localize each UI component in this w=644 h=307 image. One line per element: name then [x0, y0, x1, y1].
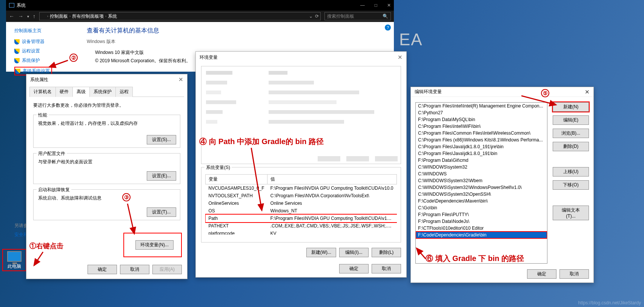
- list-item[interactable]: C:\Program Files\Intel\Intel(R) Manageme…: [416, 103, 547, 109]
- window-title: 系统: [17, 2, 26, 9]
- performance-settings-button[interactable]: 设置(S)...: [147, 135, 176, 144]
- sidebar-remote[interactable]: 远程设置: [14, 48, 81, 54]
- edit-path-button[interactable]: 编辑(E): [553, 115, 589, 125]
- path-list[interactable]: C:\Program Files\Intel\Intel(R) Manageme…: [415, 102, 547, 264]
- list-item[interactable]: F:\Program Data\Git\cmd: [416, 157, 547, 164]
- list-item[interactable]: C:\WINDOWS: [416, 170, 547, 177]
- group-recovery-label: 启动和故障恢复: [37, 187, 71, 193]
- shield-icon: [14, 58, 20, 63]
- refresh-icon[interactable]: ⟳: [315, 14, 319, 19]
- titlebar: 系统 — □ ✕: [6, 0, 394, 11]
- list-item[interactable]: C:\Python27: [416, 109, 547, 116]
- recovery-settings-button[interactable]: 设置(T)...: [147, 207, 176, 217]
- list-item[interactable]: C:\WINDOWS\system32: [416, 164, 547, 170]
- tab-remote[interactable]: 远程: [115, 87, 133, 97]
- table-row[interactable]: OnlineServicesOnline Services: [206, 200, 397, 207]
- dropdown-icon[interactable]: ⌄: [309, 14, 313, 19]
- address-bar[interactable]: › 控制面板 › 所有控制面板项 › 系统 ⌄⟳: [39, 12, 321, 20]
- system-vars-table[interactable]: 变量值 NVCUDASAMPLES10_0_FF:\Program Files\…: [205, 174, 397, 235]
- sidebar-device-manager[interactable]: 设备管理器: [14, 38, 81, 45]
- cancel-button[interactable]: 取消: [120, 265, 149, 274]
- background-text: EA: [399, 30, 423, 49]
- table-row[interactable]: platformcodeKV: [206, 230, 397, 235]
- list-item[interactable]: F:\Program Files\PUTTY\: [416, 211, 547, 218]
- list-item[interactable]: C:\Program Files\Java\jdk1.8.0_191\bin: [416, 150, 547, 157]
- search-input[interactable]: 搜索控制面板 🔍: [324, 12, 391, 20]
- breadcrumb[interactable]: 所有控制面板项: [72, 13, 104, 20]
- watermark: https://blog.csdn.net/JikeStardy: [578, 300, 641, 305]
- pc-label: 此电脑: [3, 263, 26, 270]
- move-up-button[interactable]: 上移(U): [553, 167, 589, 177]
- close-button[interactable]: ✕: [387, 3, 391, 8]
- cancel-button[interactable]: 取消: [559, 269, 589, 279]
- breadcrumb[interactable]: 系统: [108, 13, 117, 20]
- admin-note: 要进行大多数更改，你必须作为管理员登录。: [33, 102, 180, 109]
- forward-button[interactable]: →: [18, 13, 23, 19]
- help-icon[interactable]: ?: [385, 25, 391, 31]
- col-value[interactable]: 值: [267, 175, 397, 184]
- list-item[interactable]: C:\Program Files (x86)\Windows Kits\8.1\…: [416, 137, 547, 143]
- edit-text-button[interactable]: 编辑文本(T)...: [553, 206, 589, 220]
- list-item[interactable]: C:\WINDOWS\System32\Wbem: [416, 177, 547, 184]
- minimize-button[interactable]: —: [360, 3, 365, 8]
- profile-settings-button[interactable]: 设置(E)...: [147, 171, 176, 181]
- sidebar-protection[interactable]: 系统保护: [14, 57, 81, 64]
- browse-path-button[interactable]: 浏览(B)...: [553, 129, 589, 138]
- table-row[interactable]: NVCUDASAMPLES10_0_FF:\Program Files\NVDI…: [206, 184, 397, 192]
- close-icon[interactable]: ✕: [178, 76, 183, 83]
- ok-button[interactable]: 确定: [339, 264, 369, 273]
- system-vars-box: 系统变量(S) 变量值 NVCUDASAMPLES10_0_FF:\Progra…: [201, 167, 401, 243]
- col-variable[interactable]: 变量: [206, 175, 267, 184]
- page-heading: 查看有关计算机的基本信息: [87, 27, 191, 35]
- breadcrumb[interactable]: 控制面板: [50, 13, 68, 20]
- tab-computer-name[interactable]: 计算机名: [29, 87, 56, 97]
- new-var-button[interactable]: 新建(W)...: [306, 248, 336, 257]
- list-item[interactable]: C:\WINDOWS\System32\WindowsPowerShell\v1…: [416, 184, 547, 191]
- tab-advanced[interactable]: 高级: [72, 87, 90, 97]
- addr-icon: [41, 14, 46, 18]
- group-recovery-text: 系统启动、系统故障和调试信息: [38, 195, 175, 201]
- table-row[interactable]: PATHEXT.COM;.EXE;.BAT;.CMD;.VBS;.VBE;.JS…: [206, 222, 397, 230]
- tab-hardware[interactable]: 硬件: [55, 87, 73, 97]
- delete-path-button[interactable]: 删除(D): [553, 142, 589, 151]
- up-button[interactable]: ↑: [33, 13, 35, 19]
- recent-button[interactable]: ▾: [27, 14, 29, 18]
- list-item[interactable]: C:\Program Files\Intel\WiFi\bin\: [416, 123, 547, 130]
- tab-protection[interactable]: 系统保护: [89, 87, 116, 97]
- env-vars-button[interactable]: 环境变量(N)...: [135, 240, 174, 250]
- list-item[interactable]: F:\Program Data\NodeJs\: [416, 218, 547, 225]
- cancel-button[interactable]: 取消: [372, 264, 401, 273]
- windows-version: Windows 10 家庭中文版: [95, 49, 191, 57]
- edit-var-button[interactable]: 编辑(I)...: [339, 248, 369, 257]
- desktop-this-pc[interactable]: 此电脑: [2, 249, 26, 271]
- search-icon: 🔍: [383, 14, 388, 19]
- list-item[interactable]: C:\Go\bin: [416, 204, 547, 211]
- table-row[interactable]: OSWindows_NT: [206, 207, 397, 215]
- list-item[interactable]: C:\Program Files\Common Files\Intel\Wire…: [416, 130, 547, 137]
- list-item[interactable]: C:\Program Files\Java\jdk1.8.0_191\jre\b…: [416, 143, 547, 150]
- ok-button[interactable]: 确定: [88, 265, 117, 274]
- move-down-button[interactable]: 下移(O): [553, 180, 589, 190]
- group-performance-text: 视觉效果，处理器计划，内存使用，以及虚拟内存: [38, 120, 175, 127]
- list-item[interactable]: F:\Code\Dependencies\Maven\bin\: [416, 198, 547, 204]
- table-row[interactable]: PathF:\Program Files\NVDIA GPU Computing…: [206, 215, 397, 222]
- list-item[interactable]: C:\WINDOWS\System32\OpenSSH\: [416, 191, 547, 198]
- new-path-input[interactable]: F:\Code\Dependencies\Gradle\bin: [416, 232, 547, 238]
- apply-button[interactable]: 应用(A): [152, 265, 182, 274]
- delete-var-button[interactable]: 删除(L): [372, 248, 401, 257]
- close-icon[interactable]: ✕: [398, 54, 403, 61]
- group-profile-label: 用户配置文件: [37, 150, 67, 157]
- sidebar: 控制面板主页 设备管理器 远程设置 系统保护 高级系统设置: [6, 22, 81, 78]
- list-item[interactable]: F:\Program Data\MySQL\bin: [416, 116, 547, 123]
- system-vars-label: 系统变量(S): [204, 164, 232, 171]
- close-icon[interactable]: ✕: [585, 89, 590, 95]
- shield-icon: [14, 49, 20, 54]
- new-path-button[interactable]: 新建(N): [553, 102, 589, 112]
- edit-env-var-dialog: 编辑环境变量✕ C:\Program Files\Intel\Intel(R) …: [410, 87, 594, 283]
- list-item[interactable]: F:\CTFtools\010editor\010 Editor: [416, 225, 547, 232]
- back-button[interactable]: ←: [9, 13, 14, 19]
- maximize-button[interactable]: □: [375, 3, 377, 8]
- ok-button[interactable]: 确定: [527, 269, 556, 279]
- control-panel-home[interactable]: 控制面板主页: [14, 28, 81, 34]
- table-row[interactable]: NVTOOLSEXT_PATHC:\Program Files\NVDIA Co…: [206, 192, 397, 200]
